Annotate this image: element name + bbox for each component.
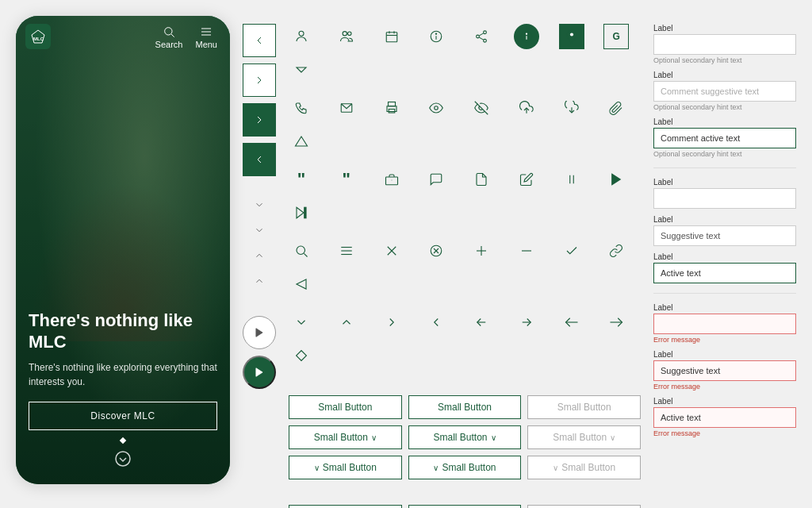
eye-icon[interactable] <box>423 95 449 121</box>
small-buttons-section: Small Button Small Button Small Button S… <box>289 395 641 479</box>
translate-icon[interactable]: G <box>603 24 629 49</box>
chevron-down-2[interactable] <box>243 221 276 240</box>
form-input-7[interactable] <box>653 314 796 334</box>
large-button-1a[interactable]: Large Button <box>289 505 402 508</box>
arrow-right-button[interactable] <box>243 64 276 97</box>
form-input-4[interactable] <box>653 188 796 209</box>
svg-rect-63 <box>297 351 307 361</box>
chevron-up-1[interactable] <box>243 246 276 265</box>
briefcase-icon[interactable] <box>379 167 404 192</box>
svg-rect-32 <box>389 110 395 114</box>
chat-icon[interactable] <box>423 167 449 192</box>
chevron-up-icon[interactable] <box>334 310 359 335</box>
document-icon[interactable] <box>469 167 494 192</box>
discover-cta-button[interactable]: Discover MLC <box>29 402 217 430</box>
chevron-icon: ∨ <box>553 464 558 472</box>
menu-icon[interactable] <box>334 238 359 264</box>
dropdown-arrow-icon[interactable] <box>289 57 314 83</box>
share-icon[interactable] <box>469 24 494 49</box>
form-input-6[interactable] <box>653 263 796 283</box>
small-btn-row-1: Small Button Small Button Small Button <box>289 395 641 419</box>
arrow-left-icon[interactable] <box>469 310 494 335</box>
arrow-left-long-icon[interactable] <box>559 310 584 335</box>
svg-point-2 <box>165 28 172 35</box>
small-button-2a[interactable]: Small Button ∨ <box>289 425 402 449</box>
small-button-3b[interactable]: ∨ Small Button <box>408 456 522 479</box>
icons-grid-row2 <box>289 95 641 154</box>
play-outline-button[interactable] <box>243 316 276 349</box>
quote-close-icon[interactable]: " <box>334 167 359 192</box>
small-button-3a[interactable]: ∨ Small Button <box>289 456 402 479</box>
small-button-1a[interactable]: Small Button <box>289 395 402 419</box>
play-filled-button[interactable] <box>243 356 276 389</box>
phone-title: There's nothing like MLC <box>29 310 217 352</box>
search-icon[interactable] <box>289 238 314 264</box>
chevron-icon: ∨ <box>491 433 496 442</box>
calendar-icon[interactable] <box>379 24 404 49</box>
svg-text:MLC: MLC <box>33 37 44 41</box>
triangle-left-icon[interactable] <box>289 271 314 297</box>
phone-icon[interactable] <box>289 95 314 121</box>
close-icon[interactable] <box>379 238 404 264</box>
chevron-up-2[interactable] <box>243 271 276 291</box>
upload-icon[interactable] <box>514 95 539 121</box>
info-circle-icon[interactable] <box>423 24 449 49</box>
arrow-left-button[interactable] <box>243 24 276 57</box>
menu-nav-item[interactable]: Menu <box>195 25 217 49</box>
small-button-1b[interactable]: Small Button <box>408 395 522 419</box>
search-nav-item[interactable]: Search <box>155 25 183 49</box>
form-error-8: Error message <box>653 383 796 391</box>
form-input-5[interactable] <box>653 225 796 246</box>
phone-subtitle: There's nothing like exploring everythin… <box>29 360 217 389</box>
triangle-up-icon[interactable] <box>289 129 314 154</box>
form-input-2[interactable] <box>653 81 796 102</box>
play-icon[interactable] <box>603 167 629 192</box>
svg-rect-44 <box>304 207 306 218</box>
form-input-8[interactable] <box>653 360 796 381</box>
mail-icon[interactable] <box>334 95 359 121</box>
arrow-right-filled-button[interactable] <box>243 103 276 137</box>
eye-off-icon[interactable] <box>469 95 494 121</box>
svg-point-21 <box>477 35 480 38</box>
menu-label: Menu <box>195 40 217 49</box>
chevron-left-icon[interactable] <box>423 310 449 335</box>
form-input-3[interactable] <box>653 128 796 148</box>
chevron-right-icon[interactable] <box>379 310 404 335</box>
scroll-indicator[interactable] <box>29 449 217 468</box>
form-input-9[interactable] <box>653 407 796 428</box>
paperclip-icon[interactable] <box>603 95 629 121</box>
minus-icon[interactable] <box>514 238 539 264</box>
svg-rect-31 <box>388 102 395 106</box>
arrow-right-long-icon[interactable] <box>603 310 629 335</box>
check-icon[interactable] <box>559 238 584 264</box>
play-right-icon[interactable] <box>289 200 314 225</box>
edit-icon[interactable] <box>514 167 539 192</box>
chevron-down-1[interactable] <box>243 195 276 214</box>
quote-open-icon[interactable]: " <box>289 167 314 192</box>
small-btn-label: Small Button <box>553 432 607 443</box>
location-icon[interactable] <box>559 24 584 49</box>
person-icon[interactable] <box>289 24 314 49</box>
large-button-1b[interactable]: Large Button <box>408 505 522 508</box>
arrow-left-filled-button[interactable] <box>243 143 276 176</box>
icons-grid-row1: G <box>289 24 641 83</box>
circle-x-icon[interactable] <box>423 238 449 264</box>
diamond-icon[interactable] <box>289 343 314 368</box>
svg-point-12 <box>347 32 351 36</box>
people-icon[interactable] <box>334 24 359 49</box>
info-filled-icon[interactable] <box>514 24 539 49</box>
form-label-1: Label <box>653 24 796 33</box>
download-icon[interactable] <box>559 95 584 121</box>
svg-point-10 <box>299 31 304 36</box>
form-label-8: Label <box>653 350 796 359</box>
small-button-2b[interactable]: Small Button ∨ <box>408 425 522 449</box>
form-label-2: Label <box>653 71 796 79</box>
form-input-1[interactable] <box>653 34 796 55</box>
form-error-9: Error message <box>653 429 796 437</box>
arrow-right-icon[interactable] <box>514 310 539 335</box>
pause-icon[interactable] <box>559 167 584 192</box>
chevron-down-icon[interactable] <box>289 310 314 335</box>
printer-icon[interactable] <box>379 95 404 121</box>
link-icon[interactable] <box>603 238 629 264</box>
plus-icon[interactable] <box>469 238 494 264</box>
